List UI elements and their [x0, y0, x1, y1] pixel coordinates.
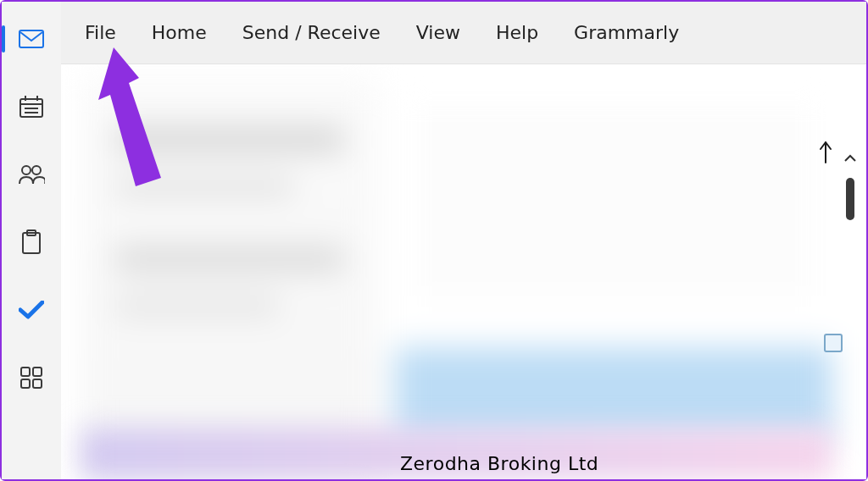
svg-rect-13 — [21, 379, 30, 388]
sidebar-item-calendar[interactable] — [14, 90, 48, 124]
ribbon-tab-file[interactable]: File — [85, 22, 116, 43]
message-sender-partial: Zerodha Broking Ltd — [400, 453, 598, 474]
svg-rect-11 — [21, 368, 30, 376]
app-frame: File Home Send / Receive View Help Gramm… — [0, 0, 868, 481]
scroll-thumb[interactable] — [846, 178, 854, 220]
blurred-content — [81, 76, 832, 479]
ribbon-tab-help[interactable]: Help — [496, 22, 538, 43]
check-icon — [19, 301, 44, 319]
sidebar-item-people[interactable] — [14, 158, 48, 191]
sidebar-item-apps[interactable] — [14, 361, 48, 395]
scrollbar[interactable] — [843, 149, 858, 462]
svg-point-8 — [32, 166, 41, 174]
svg-rect-14 — [33, 379, 42, 388]
ribbon-tab-home[interactable]: Home — [152, 22, 207, 43]
sidebar-item-todo[interactable] — [14, 293, 48, 327]
content-area: Zerodha Broking Ltd — [61, 64, 866, 479]
apps-grid-icon — [20, 367, 42, 389]
scroll-up-button[interactable] — [843, 149, 858, 168]
main-area: File Home Send / Receive View Help Gramm… — [61, 2, 866, 479]
sort-arrow-icon[interactable] — [819, 141, 832, 164]
svg-point-7 — [22, 166, 31, 174]
ribbon-tab-sendreceive[interactable]: Send / Receive — [242, 22, 381, 43]
app-root: File Home Send / Receive View Help Gramm… — [2, 2, 866, 479]
chevron-up-icon — [844, 154, 856, 163]
nav-sidebar — [2, 2, 61, 479]
mail-icon — [19, 30, 44, 48]
people-icon — [18, 163, 45, 185]
sidebar-item-mail[interactable] — [14, 22, 48, 56]
calendar-icon — [19, 96, 43, 118]
ribbon-tab-view[interactable]: View — [416, 22, 460, 43]
ribbon-tab-grammarly[interactable]: Grammarly — [574, 22, 679, 43]
clipboard-icon — [21, 229, 42, 255]
ribbon-tabs: File Home Send / Receive View Help Gramm… — [61, 2, 866, 64]
svg-rect-0 — [19, 30, 43, 47]
sidebar-item-tasks[interactable] — [14, 225, 48, 259]
selection-indicator — [824, 334, 843, 352]
svg-rect-12 — [33, 368, 42, 376]
